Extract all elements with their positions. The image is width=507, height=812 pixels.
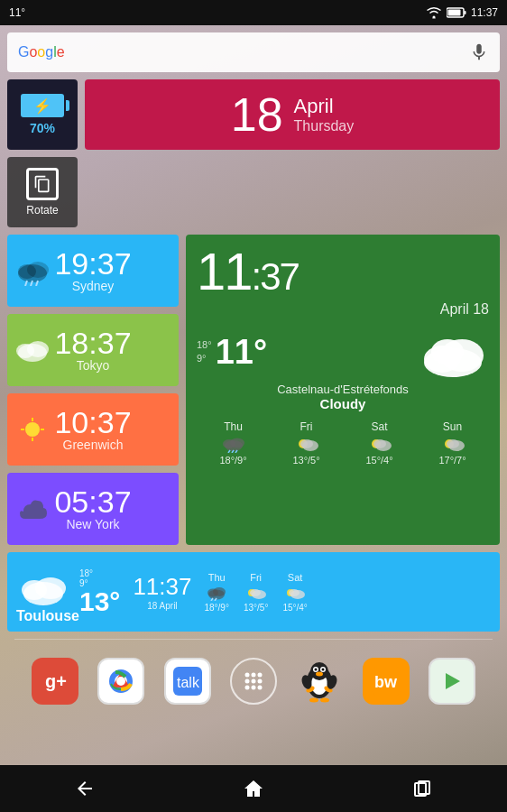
svg-point-71 — [315, 669, 318, 671]
svg-point-58 — [251, 673, 255, 678]
svg-point-57 — [244, 673, 249, 678]
city-clocks: 19:37 Sydney 18:37 Tokyo — [7, 235, 179, 545]
tokyo-time: 18:37 — [54, 328, 131, 358]
battery-percent: 70% — [30, 121, 55, 135]
forecast-sat: Sat 15°/4° — [365, 420, 392, 466]
date-widget[interactable]: 18 April Thursday — [85, 79, 500, 150]
clock-greenwich[interactable]: 10:37 Greenwich — [7, 393, 179, 466]
svg-point-6 — [27, 262, 49, 278]
status-bar: 11° 11:37 — [0, 0, 507, 25]
svg-point-50 — [289, 589, 300, 596]
svg-point-65 — [257, 686, 262, 690]
main-content: Google ⚡ 70% Rotate — [0, 25, 507, 719]
app-icon-apps[interactable] — [230, 658, 277, 705]
cloud-icon-tokyo — [13, 337, 52, 364]
main-weather-widget[interactable]: 11:37 April 18 18°9° 11° Castelnau-d'Es — [186, 235, 500, 545]
main-temp: 11° — [216, 333, 267, 372]
main-hi-lo: 18°9° — [197, 338, 212, 366]
microphone-icon[interactable] — [469, 42, 489, 62]
toulouse-forecast-sat: Sat 15°/4° — [282, 572, 307, 613]
newyork-name: New York — [66, 517, 119, 531]
svg-rect-3 — [447, 10, 460, 16]
greenwich-time: 10:37 — [54, 407, 131, 438]
middle-section: 19:37 Sydney 18:37 Tokyo — [7, 235, 500, 545]
date-weekday: Thursday — [294, 118, 355, 134]
battery-bolt: ⚡ — [33, 97, 51, 115]
svg-text:talk: talk — [177, 675, 200, 690]
sun-icon-greenwich — [13, 416, 52, 443]
app-icon-gplus[interactable]: g+ — [32, 658, 78, 705]
main-location: Castelnau-d'Estrétefonds — [197, 383, 489, 396]
top-widgets-row: ⚡ 70% Rotate 18 April Thursday — [7, 79, 500, 227]
rotate-label: Rotate — [26, 204, 58, 217]
svg-text:bw: bw — [374, 673, 398, 691]
app-icon-penguin[interactable] — [296, 658, 343, 705]
toulouse-time-section: 11:37 18 April — [133, 573, 191, 611]
svg-point-47 — [250, 589, 261, 596]
bottom-weather-widget[interactable]: 18°9° 13° 11:37 18 April Thu 18°/9° Fri — [7, 552, 500, 632]
toulouse-temp: 13° — [79, 588, 120, 615]
battery-widget[interactable]: ⚡ 70% — [7, 79, 78, 150]
nav-bar — [0, 765, 507, 812]
dock-divider — [14, 639, 493, 640]
cloud-rain-icon-sydney — [13, 255, 52, 286]
sydney-name: Sydney — [72, 279, 115, 293]
battery-icon-large: ⚡ — [21, 94, 64, 117]
svg-point-68 — [310, 662, 328, 680]
rotate-icon — [26, 168, 59, 200]
clock-newyork[interactable]: 05:37 New York — [7, 473, 179, 545]
main-weather-time: 11:37 — [197, 245, 299, 298]
sydney-time: 19:37 — [54, 248, 131, 279]
main-condition: Cloudy — [197, 396, 489, 411]
toulouse-forecast-fri: Fri 13°/5° — [244, 572, 268, 613]
date-day: 18 — [231, 91, 283, 138]
clock-sydney[interactable]: 19:37 Sydney — [7, 235, 179, 307]
toulouse-date: 18 April — [133, 601, 191, 611]
svg-point-63 — [244, 686, 249, 690]
app-icon-play[interactable] — [429, 658, 475, 705]
newyork-time: 05:37 — [54, 486, 131, 517]
app-icon-bw[interactable]: bw — [363, 658, 410, 705]
clock-tokyo[interactable]: 18:37 Tokyo — [7, 314, 179, 386]
wifi-icon — [426, 6, 442, 19]
forecast-fri: Fri 13°/5° — [292, 420, 319, 466]
cloud-icon-toulouse — [16, 568, 70, 608]
toulouse-time: 11:37 — [133, 573, 191, 601]
svg-point-77 — [320, 698, 329, 703]
svg-line-43 — [211, 598, 213, 601]
toulouse-forecast: Thu 18°/9° Fri 13°/5° — [204, 572, 307, 613]
svg-point-73 — [316, 672, 323, 677]
svg-point-13 — [25, 422, 40, 437]
svg-point-64 — [251, 686, 255, 690]
night-cloud-icon-newyork — [13, 495, 52, 522]
svg-line-25 — [228, 450, 230, 453]
svg-point-0 — [432, 16, 435, 19]
recent-button[interactable] — [404, 770, 440, 807]
status-right: 11:37 — [426, 6, 498, 19]
svg-point-76 — [309, 698, 318, 703]
small-widgets-column: ⚡ 70% Rotate — [7, 79, 78, 227]
svg-text:g+: g+ — [45, 671, 67, 691]
svg-point-21 — [431, 339, 464, 364]
search-bar[interactable]: Google — [7, 32, 500, 72]
svg-point-24 — [230, 438, 244, 448]
toulouse-city-name: Toulouse — [16, 608, 79, 624]
signal-strength: 11° — [9, 6, 25, 19]
svg-point-62 — [257, 679, 262, 684]
app-icon-talk[interactable]: talk — [164, 658, 211, 705]
rotate-widget[interactable]: Rotate — [7, 157, 78, 227]
back-button[interactable] — [67, 770, 103, 807]
forecast-sun: Sun 17°/7° — [438, 420, 466, 466]
main-weather-date: April 18 — [197, 301, 489, 318]
app-icon-chrome[interactable] — [97, 658, 144, 705]
battery-status-icon — [447, 7, 466, 18]
toulouse-hi-lo: 18°9° — [79, 568, 120, 588]
date-month-day: April Thursday — [294, 95, 355, 134]
svg-point-61 — [251, 679, 255, 684]
home-button[interactable] — [235, 770, 272, 807]
svg-point-30 — [300, 439, 313, 448]
svg-line-7 — [25, 281, 27, 286]
svg-rect-2 — [464, 11, 466, 14]
svg-point-12 — [27, 341, 49, 357]
date-month: April — [294, 95, 355, 118]
